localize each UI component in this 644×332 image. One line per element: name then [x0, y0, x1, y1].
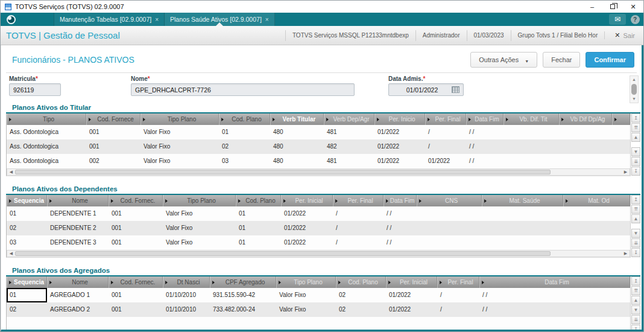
scroll-pagedown-icon[interactable]: ⇊	[631, 315, 640, 324]
grid-cell[interactable]: AGREGADO 1	[47, 288, 109, 302]
column-header[interactable]: Data Fim	[384, 195, 417, 206]
column-header[interactable]: Per. Final	[437, 276, 479, 288]
grid-cell[interactable]: Valor Fixo	[163, 206, 236, 221]
scroll-top-icon[interactable]: ↥	[631, 113, 640, 123]
grid-cell[interactable]	[417, 235, 482, 250]
grid-cell[interactable]: 001	[109, 235, 163, 250]
grid-cell[interactable]: DEPENDENTE 3	[47, 235, 109, 250]
grid-cell[interactable]	[504, 154, 559, 168]
grid-cell[interactable]: 01/2022	[281, 235, 333, 250]
scrollbar-thumb[interactable]	[631, 84, 637, 95]
grid-cell[interactable]	[504, 139, 559, 154]
grid-cell[interactable]: 01	[236, 206, 281, 221]
grid-cell[interactable]	[563, 221, 630, 235]
grid-cell[interactable]: DEPENDENTE 1	[47, 206, 109, 221]
horizontal-scrollbar[interactable]: ◀ ▶	[7, 250, 630, 257]
scrollbar-thumb[interactable]	[15, 251, 551, 256]
table-row[interactable]: 03DEPENDENTE 3001Valor Fixo0101/2022// /	[7, 235, 630, 250]
grid-cell[interactable]: /	[425, 125, 466, 139]
grid-cell[interactable]	[482, 235, 563, 250]
column-header[interactable]: Cod. Fornec.	[109, 276, 163, 288]
scroll-pagedown-icon[interactable]: ⇊	[631, 157, 640, 166]
grid-cell[interactable]: 480	[270, 154, 324, 168]
table-row[interactable]: Ass. Odontologica002Valor Fixo0348048101…	[7, 154, 630, 168]
grid-cell[interactable]: 01	[219, 125, 270, 139]
grid-cell[interactable]: Ass. Odontologica	[7, 139, 86, 154]
tab-manutencao-tabelas[interactable]: Manutenção Tabelas [02.9.0007] ×	[54, 13, 165, 26]
column-header[interactable]: Tipo	[7, 113, 86, 125]
grid-cell[interactable]: Valor Fixo	[163, 221, 236, 235]
grid-cell[interactable]: 02	[336, 302, 386, 317]
column-header[interactable]: Tipo Plano	[140, 113, 219, 125]
grid-cell[interactable]: / /	[466, 139, 504, 154]
grid-cell[interactable]: 03	[7, 235, 47, 250]
grid-cell[interactable]: 001	[86, 139, 140, 154]
column-header[interactable]: Per. Inicio	[374, 113, 425, 125]
grid-cell[interactable]: / /	[479, 288, 630, 302]
grid-cell[interactable]: 482	[324, 139, 374, 154]
grid-cell[interactable]: 481	[324, 125, 374, 139]
column-header[interactable]: Vb. Dif. Tit	[504, 113, 559, 125]
grid-cell[interactable]: 01/2022	[374, 154, 425, 168]
scroll-up-icon[interactable]: ▲	[631, 214, 640, 223]
scroll-pageup-icon[interactable]: ⇈	[631, 205, 640, 214]
scroll-bottom-icon[interactable]: ↧	[631, 248, 640, 257]
grid-cell[interactable]	[482, 206, 563, 221]
column-header[interactable]: Cod. Plano	[336, 276, 386, 288]
scrollbar-track[interactable]	[631, 142, 640, 147]
grid-cell[interactable]: /	[333, 235, 384, 250]
column-header[interactable]: Cod. Plano	[219, 113, 270, 125]
grid-cell[interactable]: 01	[236, 235, 281, 250]
grid-cell[interactable]	[482, 221, 563, 235]
column-header[interactable]: Vb Dif Dp/Ag	[559, 113, 612, 125]
minimize-button[interactable]: –	[582, 1, 602, 13]
grid-cell[interactable]: Valor Fixo	[140, 139, 219, 154]
column-header[interactable]: Per. Final	[333, 195, 384, 206]
scroll-up-icon[interactable]: ▲	[631, 296, 640, 305]
grid-cell[interactable]	[563, 235, 630, 250]
table-row[interactable]: 01AGREGADO 100101/10/2010931.515.590-42V…	[7, 288, 630, 302]
grid-cell[interactable]: AGREGADO 2	[47, 302, 109, 317]
column-header[interactable]: Cod. Fornece	[86, 113, 140, 125]
grid-cell[interactable]: Valor Fixo	[140, 154, 219, 168]
grid-cell[interactable]: 02	[7, 221, 47, 235]
grid-cell[interactable]	[612, 139, 630, 154]
scrollbar-track[interactable]	[631, 224, 640, 229]
scroll-pageup-icon[interactable]: ⇈	[631, 123, 640, 132]
grid-cell[interactable]: /	[333, 206, 384, 221]
grid-cell[interactable]: 02	[336, 288, 386, 302]
table-row[interactable]: Ass. Odontologica001Valor Fixo0148048101…	[7, 125, 630, 139]
grid-cell[interactable]: 931.515.590-42	[210, 288, 276, 302]
grid-cell[interactable]	[559, 139, 612, 154]
scroll-down-icon[interactable]: ▼	[631, 147, 640, 156]
column-header[interactable]: Verb Titular	[270, 113, 324, 125]
scroll-down-icon[interactable]: ▼	[630, 95, 638, 103]
grid-cell[interactable]: 733.482.000-24	[210, 302, 276, 317]
grid-cell[interactable]: 01/10/2010	[163, 288, 210, 302]
table-row[interactable]: Ass. Odontologica001Valor Fixo0248048201…	[7, 139, 630, 154]
column-header[interactable]: Per. Inicial	[386, 276, 437, 288]
grid-cell[interactable]: 01/2022	[281, 206, 333, 221]
grid-cell[interactable]: 01/2022	[425, 154, 466, 168]
grid-cell[interactable]: Ass. Odontologica	[7, 154, 86, 168]
totvs-menu-button[interactable]	[1, 13, 21, 26]
grid-cell[interactable]: 01/2022	[386, 288, 437, 302]
column-header[interactable]: Data Fim	[466, 113, 504, 125]
column-header[interactable]: Sequencia	[7, 195, 47, 206]
grid-cell[interactable]: 01/10/2010	[163, 302, 210, 317]
grid-cell[interactable]: /	[437, 302, 479, 317]
confirm-button[interactable]: Confirmar	[586, 52, 634, 68]
grid-cell[interactable]: 001	[109, 288, 163, 302]
table-row[interactable]: 02AGREGADO 200101/10/2010733.482.000-24V…	[7, 302, 630, 317]
tab-close-icon[interactable]: ×	[155, 16, 159, 23]
grid-cell[interactable]	[563, 206, 630, 221]
tab-planos-saude-ativos[interactable]: Planos Saúde Ativos [02.9.0007] ×	[165, 13, 275, 26]
column-header[interactable]	[612, 113, 630, 125]
scroll-right-icon[interactable]: ▶	[622, 169, 630, 175]
column-header[interactable]: Per. Inicial	[281, 195, 333, 206]
grid-cell[interactable]: 01/2022	[281, 221, 333, 235]
grid-cell[interactable]: / /	[384, 221, 417, 235]
column-header[interactable]: Per. Final	[425, 113, 466, 125]
grid-cell[interactable]: / /	[479, 302, 630, 317]
matricula-input[interactable]: 926119	[9, 83, 61, 96]
